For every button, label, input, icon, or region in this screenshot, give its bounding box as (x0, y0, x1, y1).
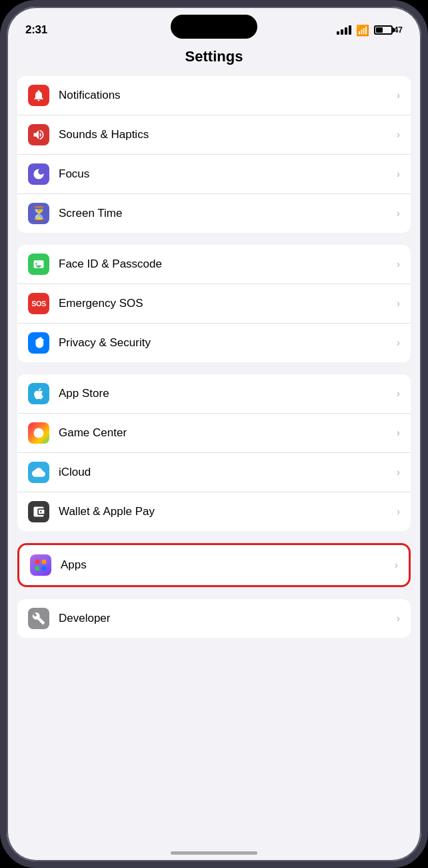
apps-highlight-container: Apps › (17, 543, 411, 587)
home-indicator (171, 851, 257, 855)
developer-label: Developer (59, 612, 397, 625)
settings-row-appstore[interactable]: App Store › (17, 374, 411, 414)
emergencysos-label: Emergency SOS (59, 297, 397, 310)
emergencysos-chevron: › (397, 298, 400, 310)
wallet-chevron: › (397, 506, 400, 518)
faceid-icon-bg (28, 254, 49, 275)
settings-group-2: Face ID & Passcode › SOS Emergency SOS ›… (17, 245, 411, 362)
settings-group-5: Developer › (17, 599, 411, 638)
screentime-chevron: › (397, 207, 400, 220)
apps-grid-icon (33, 558, 48, 572)
hourglass-icon: ⏳ (31, 205, 47, 222)
faceid-icon (32, 258, 45, 271)
settings-row-privacy[interactable]: Privacy & Security › (17, 324, 411, 362)
developer-chevron: › (397, 612, 400, 624)
icloud-chevron: › (397, 466, 400, 478)
appstore-chevron: › (397, 388, 400, 400)
settings-content: Notifications › Sounds & Haptics › (7, 76, 421, 864)
phone-frame: 2:31 📶 47 Settings (0, 0, 428, 868)
wallet-icon (32, 505, 45, 518)
settings-row-notifications[interactable]: Notifications › (17, 76, 411, 115)
settings-group-3: App Store › Game Center › iCloud (17, 374, 411, 531)
settings-row-faceid[interactable]: Face ID & Passcode › (17, 245, 411, 284)
sounds-label: Sounds & Haptics (59, 128, 397, 141)
settings-row-focus[interactable]: Focus › (17, 155, 411, 194)
faceid-chevron: › (397, 258, 400, 270)
gamecenter-label: Game Center (59, 426, 397, 440)
privacy-chevron: › (397, 337, 400, 349)
developer-icon (32, 612, 45, 625)
volume-down-button[interactable] (0, 274, 1, 327)
sounds-chevron: › (397, 129, 400, 141)
settings-group-1: Notifications › Sounds & Haptics › (17, 76, 411, 233)
developer-icon-bg (28, 608, 49, 629)
svg-rect-2 (42, 560, 46, 564)
focus-label: Focus (59, 167, 397, 181)
dynamic-island (171, 15, 257, 39)
settings-row-icloud[interactable]: iCloud › (17, 453, 411, 492)
screentime-label: Screen Time (59, 207, 397, 220)
bell-icon (32, 89, 45, 102)
moon-icon (32, 167, 45, 181)
signal-icon (337, 25, 351, 35)
hand-icon (32, 336, 45, 350)
apps-chevron: › (395, 559, 398, 571)
screentime-icon-bg: ⏳ (28, 203, 49, 224)
focus-icon-bg (28, 163, 49, 185)
battery-icon: 47 (374, 25, 403, 35)
apps-label: Apps (61, 558, 395, 572)
gamecenter-icon (32, 426, 45, 440)
sounds-icon-bg (28, 124, 49, 145)
settings-row-screentime[interactable]: ⏳ Screen Time › (17, 194, 411, 233)
privacy-label: Privacy & Security (59, 336, 397, 350)
status-icons: 📶 47 (337, 24, 403, 37)
settings-row-emergencysos[interactable]: SOS Emergency SOS › (17, 284, 411, 324)
wallet-label: Wallet & Apple Pay (59, 505, 397, 518)
notifications-chevron: › (397, 89, 400, 101)
appstore-label: App Store (59, 387, 397, 400)
icloud-label: iCloud (59, 466, 397, 479)
page-title: Settings (7, 44, 421, 76)
battery-level: 47 (394, 25, 403, 35)
status-time: 2:31 (25, 23, 47, 37)
gamecenter-icon-bg (28, 422, 49, 444)
notifications-icon (28, 85, 49, 106)
settings-row-developer[interactable]: Developer › (17, 599, 411, 638)
settings-row-wallet[interactable]: Wallet & Apple Pay › (17, 492, 411, 531)
focus-chevron: › (397, 168, 400, 180)
appstore-icon-bg (28, 383, 49, 404)
svg-point-0 (34, 428, 44, 438)
sound-icon (32, 128, 45, 141)
settings-row-sounds[interactable]: Sounds & Haptics › (17, 115, 411, 155)
notifications-label: Notifications (59, 89, 397, 102)
apps-icon-bg (30, 554, 51, 576)
sos-text-icon: SOS (31, 300, 46, 308)
svg-rect-3 (35, 566, 39, 570)
appstore-icon (32, 387, 45, 400)
wallet-icon-bg (28, 501, 49, 522)
settings-row-gamecenter[interactable]: Game Center › (17, 414, 411, 453)
icloud-icon (32, 466, 45, 479)
privacy-icon-bg (28, 332, 49, 354)
wifi-icon: 📶 (356, 24, 369, 37)
icloud-icon-bg (28, 462, 49, 483)
sos-icon-bg: SOS (28, 293, 49, 314)
svg-rect-4 (42, 566, 46, 570)
volume-up-button[interactable] (0, 207, 1, 260)
svg-rect-1 (35, 560, 39, 564)
faceid-label: Face ID & Passcode (59, 258, 397, 271)
settings-row-apps[interactable]: Apps › (19, 545, 409, 585)
gamecenter-chevron: › (397, 427, 400, 439)
